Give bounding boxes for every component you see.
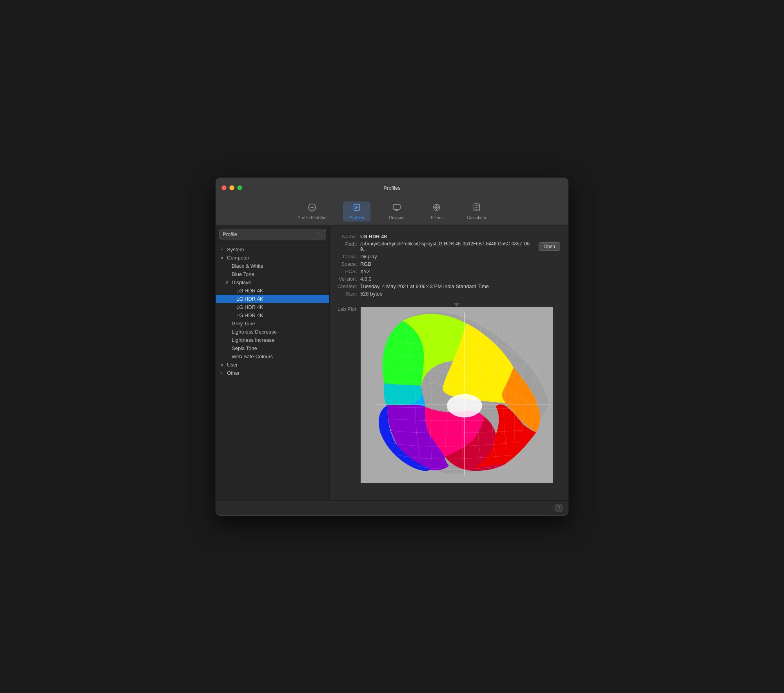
lab-plot-container[interactable] xyxy=(361,307,553,483)
sidebar-item-web-safe-label: Web Safe Colours xyxy=(232,354,273,359)
sidebar-item-sepia-tone[interactable]: Sepia Tone xyxy=(216,344,329,352)
created-value: Tuesday, 4 May 2021 at 9:06:43 PM India … xyxy=(360,283,560,289)
version-label: Version: xyxy=(338,276,357,282)
tab-calculator[interactable]: Calculator xyxy=(463,201,490,221)
sidebar-item-lg-hdr-4k-2[interactable]: LG HDR 4K xyxy=(216,295,329,303)
window-title: Profiles xyxy=(383,185,400,191)
tab-profiles-label: Profiles xyxy=(350,215,364,220)
tab-calculator-label: Calculator xyxy=(467,215,486,220)
filters-icon xyxy=(432,203,441,214)
space-value: RGB xyxy=(360,261,560,267)
tab-filters-label: Filters xyxy=(431,215,443,220)
bottom-bar: ? xyxy=(216,500,568,515)
sidebar-item-blue-tone[interactable]: Blue Tone xyxy=(216,270,329,278)
profile-dropdown[interactable]: Profile xyxy=(219,229,326,239)
svg-point-20 xyxy=(476,209,477,210)
profiles-icon xyxy=(352,203,361,214)
svg-point-19 xyxy=(475,209,475,210)
sidebar-item-computer-label: Computer xyxy=(227,255,249,261)
svg-point-16 xyxy=(475,207,475,208)
tab-filters[interactable]: Filters xyxy=(423,201,450,221)
user-arrow-icon: ∨ xyxy=(221,363,225,367)
sidebar-item-lightness-decrease[interactable]: Lightness Decrease xyxy=(216,328,329,336)
lab-plot-section: Lab Plot: xyxy=(338,303,560,483)
calculator-icon xyxy=(472,203,481,214)
svg-point-26 xyxy=(463,404,466,407)
sidebar-item-displays-label: Displays xyxy=(232,279,251,285)
sidebar-item-lg-hdr-4k-2-label: LG HDR 4K xyxy=(236,296,263,302)
fullscreen-button[interactable] xyxy=(237,185,242,190)
tab-devices[interactable]: Devices xyxy=(383,201,410,221)
name-label: Name: xyxy=(338,234,357,239)
lab-plot-svg xyxy=(361,307,553,483)
sidebar-item-other-label: Other xyxy=(227,370,240,376)
sidebar-item-grey-tone[interactable]: Grey Tone xyxy=(216,319,329,328)
sidebar-item-black-white-label: Black & White xyxy=(232,263,263,269)
sidebar-item-user-label: User xyxy=(227,362,238,368)
tab-profile-first-aid[interactable]: Profile First Aid xyxy=(294,201,330,221)
lab-plot-label: Lab Plot: xyxy=(338,303,358,312)
sidebar-item-sepia-tone-label: Sepia Tone xyxy=(232,345,257,351)
space-label: Space: xyxy=(338,261,357,267)
sidebar-item-lightness-increase-label: Lightness Increase xyxy=(232,337,274,343)
sidebar-item-lightness-increase[interactable]: Lightness Increase xyxy=(216,336,329,344)
path-row: /Library/ColorSync/Profiles/Displays/LG … xyxy=(360,241,560,252)
sidebar-item-web-safe[interactable]: Web Safe Colours xyxy=(216,352,329,361)
help-button[interactable]: ? xyxy=(555,504,563,512)
open-button[interactable]: Open xyxy=(539,242,560,251)
svg-point-17 xyxy=(476,207,477,208)
sidebar-item-grey-tone-label: Grey Tone xyxy=(232,321,255,327)
content-area: Profile › System ∨ Computer Black xyxy=(216,226,568,500)
sidebar-item-other[interactable]: › Other xyxy=(216,369,329,377)
sidebar-item-lg-hdr-4k-3-label: LG HDR 4K xyxy=(236,304,263,310)
displays-arrow-icon: ∨ xyxy=(225,280,230,285)
tree-view: › System ∨ Computer Black & White Blue T… xyxy=(216,243,329,500)
toolbar: Profile First Aid Profiles xyxy=(216,198,568,226)
devices-icon xyxy=(392,203,401,214)
main-content: Name: LG HDR 4K Path: /Library/ColorSync… xyxy=(330,226,568,500)
sidebar-item-displays[interactable]: ∨ Displays xyxy=(216,278,329,287)
sidebar-item-lg-hdr-4k-4-label: LG HDR 4K xyxy=(236,312,263,318)
name-value: LG HDR 4K xyxy=(360,234,560,239)
computer-arrow-icon: ∨ xyxy=(221,256,225,260)
tab-profiles[interactable]: Profiles xyxy=(343,201,370,221)
system-arrow-icon: › xyxy=(221,247,225,252)
svg-rect-15 xyxy=(475,205,479,206)
created-label: Created: xyxy=(338,283,357,289)
size-label: Size: xyxy=(338,291,357,297)
size-value: 528 bytes xyxy=(360,291,560,297)
sidebar-item-lg-hdr-4k-1[interactable]: LG HDR 4K xyxy=(216,287,329,295)
sidebar-item-user[interactable]: ∨ User xyxy=(216,361,329,369)
other-arrow-icon: › xyxy=(221,371,225,375)
info-grid: Name: LG HDR 4K Path: /Library/ColorSync… xyxy=(338,234,560,297)
sidebar-item-black-white[interactable]: Black & White xyxy=(216,262,329,270)
titlebar: Profiles xyxy=(216,178,568,198)
lab-plot-arrow-icon xyxy=(454,303,459,307)
sidebar-item-system[interactable]: › System xyxy=(216,245,329,254)
sidebar: Profile › System ∨ Computer Black xyxy=(216,226,330,500)
sidebar-item-system-label: System xyxy=(227,247,244,252)
version-value: 4.0.0 xyxy=(360,276,560,282)
sidebar-item-computer[interactable]: ∨ Computer xyxy=(216,254,329,262)
close-button[interactable] xyxy=(221,185,227,190)
sidebar-item-lightness-decrease-label: Lightness Decrease xyxy=(232,329,277,335)
pcs-label: PCS: xyxy=(338,268,357,274)
svg-rect-7 xyxy=(393,205,400,209)
tab-devices-label: Devices xyxy=(389,215,404,220)
svg-point-18 xyxy=(477,207,478,208)
profile-first-aid-icon xyxy=(308,203,316,214)
profile-selector[interactable]: Profile xyxy=(216,226,329,243)
pcs-value: XYZ xyxy=(360,268,560,274)
sidebar-item-lg-hdr-4k-3[interactable]: LG HDR 4K xyxy=(216,303,329,311)
traffic-lights xyxy=(221,185,242,190)
main-window: Profiles Profile First Aid xyxy=(216,178,568,516)
minimize-button[interactable] xyxy=(229,185,234,190)
path-label: Path: xyxy=(338,241,357,252)
svg-point-21 xyxy=(477,209,478,210)
class-value: Display xyxy=(360,254,560,259)
tab-profile-first-aid-label: Profile First Aid xyxy=(298,215,327,220)
sidebar-item-lg-hdr-4k-4[interactable]: LG HDR 4K xyxy=(216,311,329,319)
sidebar-item-blue-tone-label: Blue Tone xyxy=(232,271,254,277)
class-label: Class: xyxy=(338,254,357,259)
sidebar-item-lg-hdr-4k-1-label: LG HDR 4K xyxy=(236,288,263,294)
